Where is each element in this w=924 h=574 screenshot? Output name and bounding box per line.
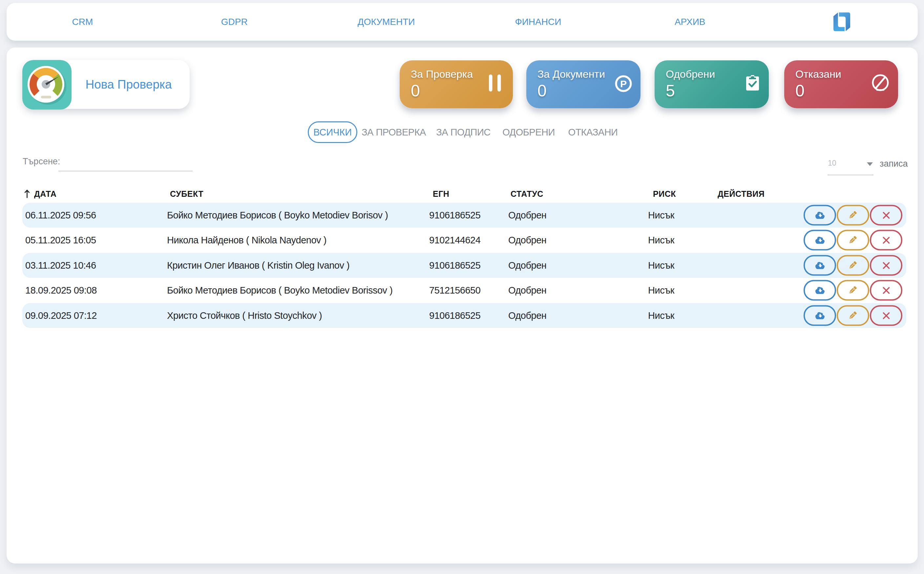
svg-text:P: P: [620, 78, 627, 89]
